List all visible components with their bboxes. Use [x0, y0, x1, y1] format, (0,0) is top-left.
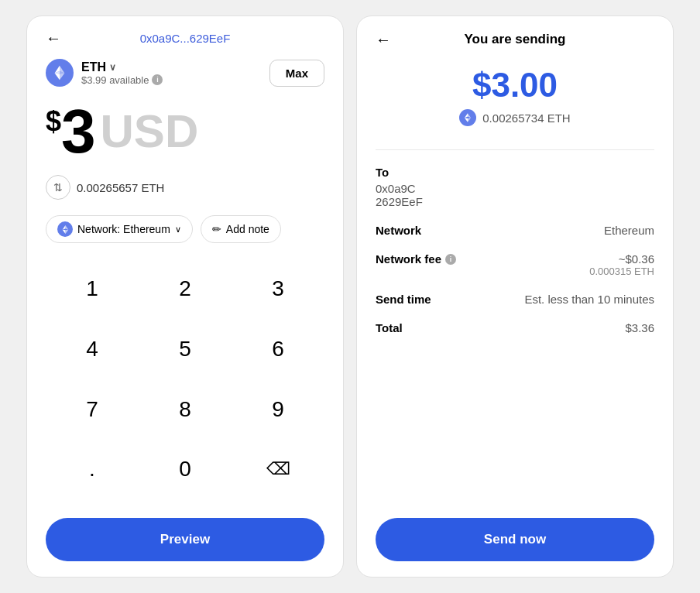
key-3[interactable]: 3: [232, 262, 324, 316]
key-6[interactable]: 6: [232, 322, 324, 376]
to-label: To: [376, 166, 654, 179]
converted-text: 0.00265657 ETH: [77, 181, 164, 194]
fee-label-text: Network fee: [376, 252, 441, 266]
options-row: Network: Ethereum ∨ ✏ Add note: [46, 215, 324, 243]
right-back-button[interactable]: ←: [376, 31, 391, 49]
detail-section: To 0x0a9C 2629EeF Network Ethereum Netwo…: [376, 166, 654, 518]
total-row: Total $3.36: [376, 321, 654, 334]
key-2[interactable]: 2: [139, 262, 232, 316]
left-header: ← 0x0a9C...629EeF: [46, 32, 324, 45]
network-detail-row: Network Ethereum: [376, 224, 654, 237]
network-chevron-icon: ∨: [175, 225, 181, 235]
divider: [376, 149, 654, 150]
fee-detail-row: Network fee i ~$0.36 0.000315 ETH: [376, 252, 654, 277]
total-label: Total: [376, 321, 403, 334]
token-name-row[interactable]: ETH ∨: [81, 60, 163, 74]
fee-value-group: ~$0.36 0.000315 ETH: [589, 252, 654, 277]
network-button[interactable]: Network: Ethereum ∨: [46, 215, 193, 243]
currency-symbol: $: [46, 105, 61, 138]
svg-marker-10: [468, 113, 471, 118]
eth-icon: [46, 59, 74, 87]
token-info: ETH ∨ $3.99 available i: [46, 59, 163, 87]
key-4[interactable]: 4: [46, 322, 139, 376]
to-address-line1: 0x0a9C: [376, 182, 654, 195]
left-back-button[interactable]: ←: [46, 29, 61, 47]
svg-marker-9: [62, 229, 65, 233]
amount-number: 3: [61, 101, 96, 163]
token-details: ETH ∨ $3.99 available i: [81, 60, 163, 86]
sending-amount: $3.00 0.00265734 ETH: [376, 66, 654, 145]
numpad: 1 2 3 4 5 6 7 8 9 . 0 ⌫: [46, 262, 324, 502]
key-8[interactable]: 8: [139, 382, 232, 437]
key-9[interactable]: 9: [232, 382, 324, 437]
token-name-text: ETH: [81, 60, 106, 74]
key-dot[interactable]: .: [46, 442, 139, 496]
right-header: ← You are sending: [376, 32, 654, 47]
token-available: $3.99 available i: [81, 74, 163, 86]
sending-eth-row: 0.00265734 ETH: [376, 109, 654, 126]
svg-marker-2: [60, 73, 64, 80]
available-text: $3.99 available: [81, 74, 149, 86]
network-detail-value: Ethereum: [604, 224, 654, 237]
sending-usd: $3.00: [376, 66, 654, 105]
key-5[interactable]: 5: [139, 322, 232, 376]
to-address-line2: 2629EeF: [376, 195, 654, 208]
svg-marker-8: [65, 229, 68, 233]
pencil-icon: ✏: [212, 223, 221, 235]
add-note-button[interactable]: ✏ Add note: [201, 215, 281, 243]
amount-unit: USD: [101, 108, 199, 155]
wallet-address[interactable]: 0x0a9C...629EeF: [140, 32, 231, 45]
fee-info-icon[interactable]: i: [445, 254, 456, 265]
fee-usd-value: ~$0.36: [589, 252, 654, 266]
network-label: Network: Ethereum: [77, 223, 170, 235]
left-panel: ← 0x0a9C...629EeF ETH: [26, 15, 344, 578]
fee-label: Network fee i: [376, 252, 456, 266]
key-1[interactable]: 1: [46, 262, 139, 316]
send-time-value: Est. less than 10 minutes: [524, 293, 654, 306]
svg-marker-13: [465, 118, 468, 122]
sending-eth-text: 0.00265734 ETH: [482, 111, 570, 125]
note-label: Add note: [226, 223, 269, 235]
sending-title: You are sending: [465, 32, 566, 47]
fee-eth-value: 0.000315 ETH: [589, 266, 654, 277]
key-backspace[interactable]: ⌫: [232, 442, 324, 496]
network-eth-icon: [57, 221, 73, 237]
send-time-row: Send time Est. less than 10 minutes: [376, 293, 654, 306]
sending-eth-icon: [459, 109, 476, 126]
network-detail-label: Network: [376, 224, 421, 237]
convert-icon[interactable]: ⇅: [46, 175, 70, 200]
converted-row: ⇅ 0.00265657 ETH: [46, 175, 324, 200]
max-button[interactable]: Max: [269, 60, 324, 87]
token-row: ETH ∨ $3.99 available i Max: [46, 59, 324, 87]
svg-marker-6: [65, 225, 68, 230]
send-now-button[interactable]: Send now: [376, 518, 654, 561]
backspace-icon: ⌫: [266, 459, 290, 479]
to-group: To 0x0a9C 2629EeF: [376, 166, 654, 208]
amount-display: $ 3 USD: [46, 101, 324, 163]
svg-marker-7: [62, 225, 65, 230]
info-icon[interactable]: i: [152, 74, 163, 85]
svg-marker-11: [465, 113, 468, 118]
key-0[interactable]: 0: [139, 442, 232, 496]
svg-marker-12: [468, 118, 471, 122]
send-time-label: Send time: [376, 293, 431, 306]
key-7[interactable]: 7: [46, 382, 139, 437]
svg-marker-3: [55, 73, 60, 80]
token-chevron-icon: ∨: [109, 62, 116, 73]
right-panel: ← You are sending $3.00 0.00265734 ETH: [356, 15, 674, 578]
preview-button[interactable]: Preview: [46, 518, 324, 561]
total-value: $3.36: [625, 321, 654, 334]
